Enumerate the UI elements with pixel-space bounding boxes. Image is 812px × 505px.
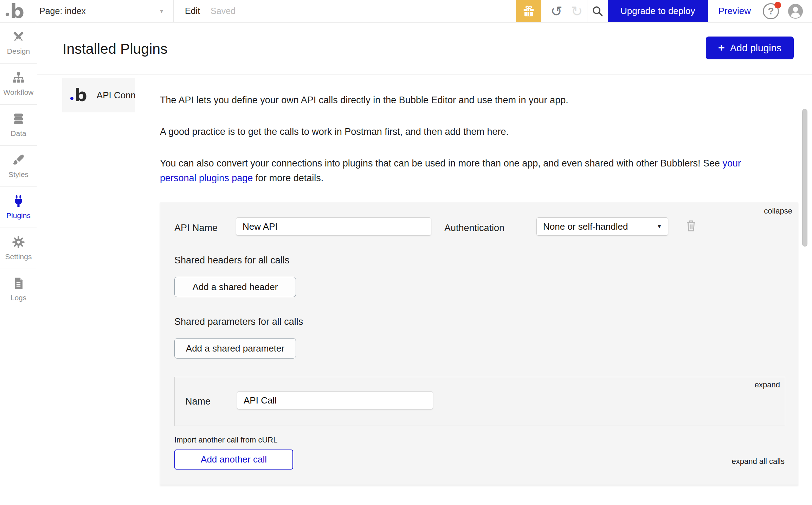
plugin-list-item-api-connector[interactable]: b API Connector xyxy=(62,78,135,112)
plugin-name: API Connector xyxy=(97,90,135,101)
sidebar-item-label: Settings xyxy=(5,252,32,261)
sidebar-item-label: Design xyxy=(7,47,30,55)
sidebar: Design Workflow Data xyxy=(0,22,37,505)
authentication-dropdown[interactable]: None or self-handled ▼ xyxy=(536,217,668,236)
sidebar-item-workflow[interactable]: Workflow xyxy=(0,64,37,105)
topbar-actions: ↺ ↻ Upgrade to deploy Preview ? xyxy=(516,0,812,22)
search-icon xyxy=(592,5,604,17)
add-shared-parameter-button[interactable]: Add a shared parameter xyxy=(174,338,296,359)
plus-icon: + xyxy=(718,42,725,53)
plugin-logo: b xyxy=(70,88,87,102)
plugin-detail-pane: The API lets you define your own API cal… xyxy=(139,74,812,505)
authentication-value: None or self-handled xyxy=(543,221,628,232)
page-selector-label: Page: index xyxy=(39,6,86,16)
settings-icon xyxy=(12,236,25,249)
data-icon xyxy=(12,112,25,125)
add-plugins-label: Add plugins xyxy=(730,42,781,54)
description-paragraph-3: You can also convert your connections in… xyxy=(160,156,772,185)
sidebar-item-design[interactable]: Design xyxy=(0,22,37,64)
collapse-link[interactable]: collapse xyxy=(764,206,792,216)
shared-headers-label: Shared headers for all calls xyxy=(174,255,289,266)
sidebar-item-label: Plugins xyxy=(6,211,31,220)
api-call-card: expand Name xyxy=(174,377,785,426)
delete-api-button[interactable] xyxy=(685,218,697,235)
sidebar-item-data[interactable]: Data xyxy=(0,105,37,146)
gift-button[interactable] xyxy=(516,0,541,22)
api-name-input[interactable] xyxy=(236,217,431,236)
design-icon xyxy=(12,30,25,43)
description-paragraph-1: The API lets you define your own API cal… xyxy=(160,93,568,107)
trash-icon xyxy=(685,218,697,233)
logo-dot-icon xyxy=(6,13,9,16)
authentication-label: Authentication xyxy=(444,223,504,234)
sidebar-item-label: Logs xyxy=(11,294,27,302)
redo-button[interactable]: ↻ xyxy=(567,0,587,22)
import-curl-label[interactable]: Import another call from cURL xyxy=(174,435,277,445)
page-title: Installed Plugins xyxy=(63,41,168,57)
workflow-icon xyxy=(12,71,25,84)
account-menu[interactable] xyxy=(787,3,804,19)
redo-icon: ↻ xyxy=(571,4,583,18)
search-button[interactable] xyxy=(587,0,608,22)
undo-icon: ↺ xyxy=(550,4,562,18)
plugins-icon xyxy=(12,195,25,208)
add-another-call-button[interactable]: Add another call xyxy=(174,450,293,470)
undo-button[interactable]: ↺ xyxy=(546,0,567,22)
sidebar-item-label: Data xyxy=(11,129,26,138)
edit-mode-label[interactable]: Edit xyxy=(185,6,200,16)
expand-call-link[interactable]: expand xyxy=(755,380,780,389)
sidebar-item-plugins[interactable]: Plugins xyxy=(0,187,37,228)
description-paragraph-2: A good practice is to get the calls to w… xyxy=(160,124,509,139)
help-button[interactable]: ? xyxy=(763,3,779,19)
sidebar-item-settings[interactable]: Settings xyxy=(0,228,37,269)
topbar: b Page: index ▼ Edit Saved xyxy=(0,0,812,22)
add-plugins-button[interactable]: + Add plugins xyxy=(706,37,794,59)
chevron-down-icon: ▼ xyxy=(159,8,164,14)
page-selector-dropdown[interactable]: Page: index ▼ xyxy=(30,0,174,22)
bubble-logo[interactable]: b xyxy=(0,0,30,22)
api-connection-panel: collapse API Name Authentication None or… xyxy=(160,202,798,485)
add-shared-header-button[interactable]: Add a shared header xyxy=(174,277,296,297)
bubble-logo-glyph: b xyxy=(6,4,24,19)
upgrade-to-deploy-button[interactable]: Upgrade to deploy xyxy=(608,0,708,22)
shared-parameters-label: Shared parameters for all calls xyxy=(174,316,303,327)
help-icon: ? xyxy=(768,6,774,17)
chevron-down-icon: ▼ xyxy=(656,223,662,230)
sidebar-item-styles[interactable]: Styles xyxy=(0,146,37,187)
gift-icon xyxy=(522,5,535,18)
call-name-input[interactable] xyxy=(237,391,433,409)
avatar xyxy=(787,3,804,19)
call-name-label: Name xyxy=(185,396,211,407)
save-status: Saved xyxy=(211,6,236,16)
sidebar-item-logs[interactable]: Logs xyxy=(0,269,37,310)
sidebar-item-label: Styles xyxy=(8,170,28,179)
api-name-label: API Name xyxy=(174,223,218,234)
expand-all-calls-link[interactable]: expand all calls xyxy=(732,457,785,466)
preview-link[interactable]: Preview xyxy=(718,6,751,17)
logs-icon xyxy=(12,277,25,290)
bubble-editor: b Page: index ▼ Edit Saved xyxy=(0,0,812,505)
styles-icon xyxy=(12,153,25,166)
sidebar-item-label: Workflow xyxy=(4,88,34,97)
scrollbar[interactable] xyxy=(802,109,807,247)
notification-dot xyxy=(774,2,781,8)
plugin-logo-dot-icon xyxy=(70,97,73,100)
